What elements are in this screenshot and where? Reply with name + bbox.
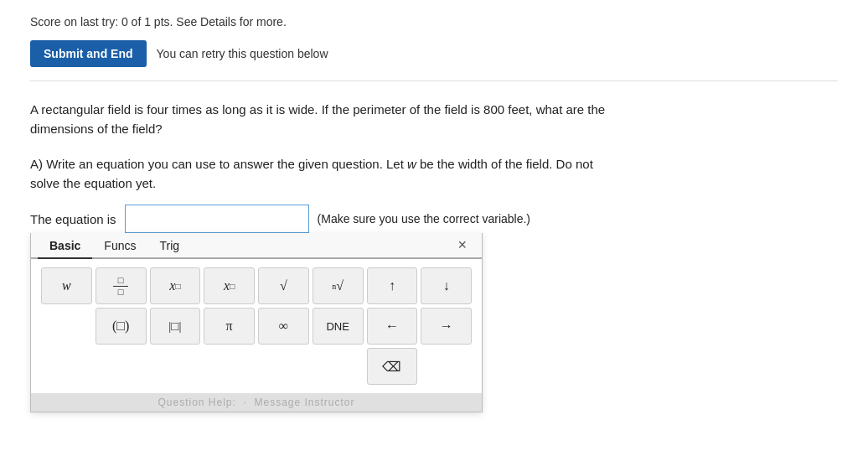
kb-empty-7	[313, 348, 364, 385]
equation-row: The equation is (Make sure you use the c…	[30, 205, 838, 233]
retry-text: You can retry this question below	[157, 47, 328, 60]
kb-empty-3	[96, 348, 147, 385]
part-a-intro: A) Write an equation you can use to answ…	[30, 157, 593, 171]
kb-up-arrow[interactable]: ↑	[367, 267, 418, 304]
question-part-a: A) Write an equation you can use to answ…	[30, 154, 838, 194]
equation-input[interactable]	[125, 205, 309, 233]
math-keyboard: Basic Funcs Trig × w □ □ x□ x□ √ n√ ↑ ↓ …	[30, 233, 483, 412]
kb-empty-2	[41, 348, 92, 385]
kb-x-sup[interactable]: x□	[150, 267, 201, 304]
kb-empty-6	[258, 348, 309, 385]
kb-dne[interactable]: DNE	[313, 308, 364, 345]
keyboard-tabs: Basic Funcs Trig ×	[31, 233, 482, 259]
kb-parens[interactable]: (□)	[96, 308, 147, 345]
kb-w[interactable]: w	[41, 267, 92, 304]
tab-funcs[interactable]: Funcs	[92, 233, 147, 259]
kb-nth-root[interactable]: n√	[313, 267, 364, 304]
kb-right-arrow[interactable]: →	[421, 308, 472, 345]
kb-sqrt[interactable]: √	[258, 267, 309, 304]
submit-row: Submit and End You can retry this questi…	[30, 40, 838, 81]
kb-empty-5	[204, 348, 255, 385]
question-part2: dimensions of the field?	[30, 122, 163, 136]
kb-down-arrow[interactable]: ↓	[421, 267, 472, 304]
keyboard-grid: w □ □ x□ x□ √ n√ ↑ ↓ (□) |□| π ∞ DNE ←	[31, 259, 482, 393]
tab-basic[interactable]: Basic	[38, 233, 92, 259]
kb-x-sub[interactable]: x□	[204, 267, 255, 304]
part-a-cont: solve the equation yet.	[30, 176, 156, 190]
submit-end-button[interactable]: Submit and End	[30, 40, 147, 67]
keyboard-close-button[interactable]: ×	[449, 233, 475, 257]
kb-abs[interactable]: |□|	[150, 308, 201, 345]
question-part1: A rectangular field is four times as lon…	[30, 102, 605, 117]
kb-infinity[interactable]: ∞	[258, 308, 309, 345]
tab-trig[interactable]: Trig	[147, 233, 191, 259]
page-container: Score on last try: 0 of 1 pts. See Detai…	[0, 0, 868, 451]
kb-backspace[interactable]: ⌫	[367, 348, 418, 385]
kb-empty-4	[150, 348, 201, 385]
equation-label: The equation is	[30, 212, 116, 226]
kb-empty-8	[421, 348, 472, 385]
kb-fraction[interactable]: □ □	[96, 267, 147, 304]
kb-pi[interactable]: π	[204, 308, 255, 345]
kb-left-arrow[interactable]: ←	[367, 308, 418, 345]
bottom-bar-text: Question Help: · Message Instructor	[158, 397, 354, 408]
bottom-bar: Question Help: · Message Instructor	[31, 393, 482, 412]
score-line: Score on last try: 0 of 1 pts. See Detai…	[30, 15, 838, 29]
kb-empty-1	[41, 308, 92, 345]
equation-hint: (Make sure you use the correct variable.…	[318, 212, 530, 226]
question-text: A rectangular field is four times as lon…	[30, 100, 838, 139]
